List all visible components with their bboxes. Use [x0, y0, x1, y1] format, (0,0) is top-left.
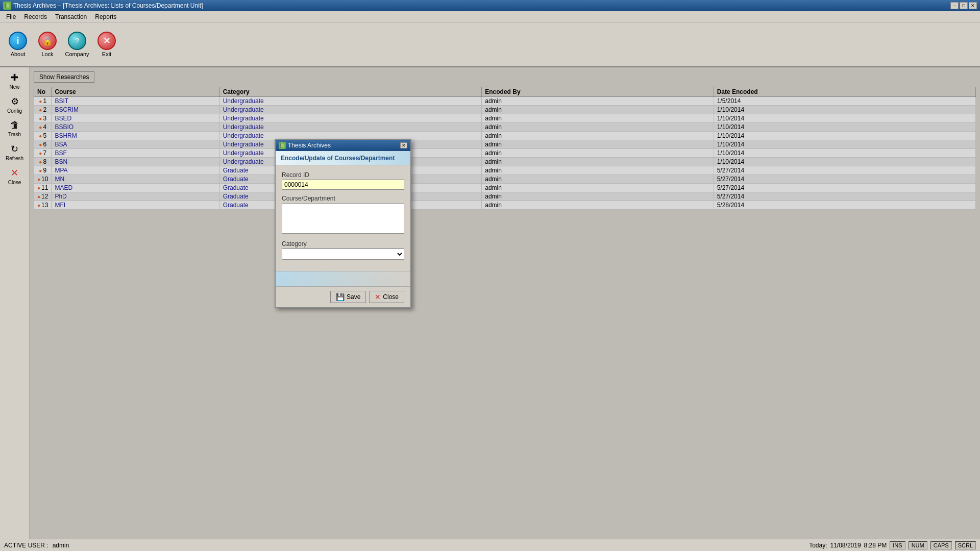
course-department-field: Course/Department: [282, 195, 404, 235]
status-today-label: Today:: [809, 542, 827, 549]
modal-overlay: [30, 67, 980, 539]
menu-records[interactable]: Records: [20, 12, 51, 21]
toolbar-lock-button[interactable]: 🔒 Lock: [34, 24, 61, 64]
save-icon: 💾: [336, 293, 345, 301]
window-title: Thesis Archives – [Thesis Archives: List…: [13, 2, 203, 9]
config-icon: ⚙: [11, 96, 19, 107]
modal-decoration: [276, 271, 410, 286]
title-bar: 📗 Thesis Archives – [Thesis Archives: Li…: [0, 0, 980, 11]
modal-close-icon: ✕: [375, 293, 381, 301]
content-area: Show Researches No Course Category Encod…: [30, 67, 980, 539]
encode-modal: 📗 Thesis Archives ✕ Encode/Update of Cou…: [275, 139, 411, 308]
course-department-label: Course/Department: [282, 195, 404, 202]
main-content: ✚ New ⚙ Config 🗑 Trash ↻ Refresh ✕ Close…: [0, 67, 980, 539]
menu-file[interactable]: File: [2, 12, 20, 21]
app-icon: 📗: [3, 2, 11, 10]
status-bar: ACTIVE USER : admin Today: 11/08/2019 8:…: [0, 539, 980, 551]
modal-close-label: Close: [383, 293, 399, 300]
toolbar-about-button[interactable]: i About: [4, 24, 32, 64]
modal-footer: 💾 Save ✕ Close: [276, 286, 410, 307]
menu-reports[interactable]: Reports: [91, 12, 120, 21]
minimize-button[interactable]: –: [950, 2, 959, 9]
sidebar-new-button[interactable]: ✚ New: [2, 69, 28, 92]
course-department-input[interactable]: [282, 203, 404, 234]
modal-body: Record ID Course/Department Category Und…: [276, 165, 410, 271]
lock-icon: 🔒: [38, 32, 57, 50]
close-label: Close: [8, 180, 21, 185]
modal-header: Encode/Update of Courses/Department: [276, 151, 410, 165]
sidebar-trash-button[interactable]: 🗑 Trash: [2, 117, 28, 140]
modal-title-text: Thesis Archives: [288, 142, 331, 149]
status-caps: CAPS: [930, 541, 952, 549]
about-label: About: [11, 51, 26, 57]
config-label: Config: [7, 108, 22, 114]
status-ins: INS: [890, 541, 905, 549]
category-field: Category Undergraduate Graduate: [282, 240, 404, 260]
modal-close-button[interactable]: ✕ Close: [369, 291, 404, 303]
category-select[interactable]: Undergraduate Graduate: [282, 248, 404, 260]
category-label: Category: [282, 240, 404, 247]
save-label: Save: [347, 293, 360, 300]
record-id-label: Record ID: [282, 171, 404, 179]
close-window-button[interactable]: ✕: [969, 2, 977, 9]
trash-icon: 🗑: [10, 120, 19, 131]
trash-label: Trash: [8, 132, 21, 137]
record-id-field: Record ID: [282, 171, 404, 190]
modal-title-bar: 📗 Thesis Archives ✕: [276, 140, 410, 151]
status-num: NUM: [909, 541, 927, 549]
sidebar-config-button[interactable]: ⚙ Config: [2, 93, 28, 116]
modal-close-x-button[interactable]: ✕: [400, 142, 407, 148]
exit-icon: ✕: [97, 32, 116, 50]
new-label: New: [9, 84, 19, 90]
status-date: 11/08/2019: [830, 542, 861, 549]
lock-label: Lock: [41, 51, 53, 57]
sidebar: ✚ New ⚙ Config 🗑 Trash ↻ Refresh ✕ Close: [0, 67, 30, 539]
status-scrl: SCRL: [955, 541, 976, 549]
toolbar: i About 🔒 Lock ? Company ✕ Exit: [0, 22, 980, 67]
menu-transaction[interactable]: Transaction: [51, 12, 91, 21]
refresh-label: Refresh: [6, 156, 23, 161]
active-user-label: ACTIVE USER :: [4, 542, 48, 549]
record-id-input[interactable]: [282, 180, 404, 190]
company-label: Company: [65, 51, 89, 57]
status-time: 8:28 PM: [864, 542, 887, 549]
refresh-icon: ↻: [11, 143, 18, 155]
toolbar-exit-button[interactable]: ✕ Exit: [93, 24, 120, 64]
close-icon: ✕: [11, 167, 18, 179]
sidebar-refresh-button[interactable]: ↻ Refresh: [2, 141, 28, 164]
sidebar-close-button[interactable]: ✕ Close: [2, 165, 28, 188]
active-user-value: admin: [53, 542, 69, 549]
about-icon: i: [9, 32, 27, 50]
menu-bar: File Records Transaction Reports: [0, 11, 980, 22]
new-icon: ✚: [11, 72, 18, 83]
toolbar-company-button[interactable]: ? Company: [63, 24, 91, 64]
modal-app-icon: 📗: [279, 142, 286, 149]
company-icon: ?: [68, 32, 86, 50]
save-button[interactable]: 💾 Save: [330, 291, 366, 303]
maximize-button[interactable]: □: [960, 2, 968, 9]
exit-label: Exit: [102, 51, 111, 57]
